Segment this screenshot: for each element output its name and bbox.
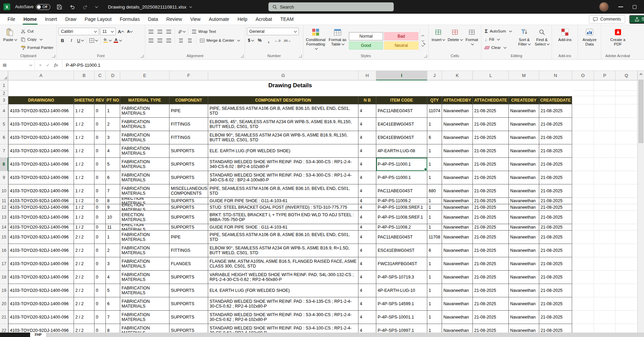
cell-E6[interactable]: FABRICATION MATERIALS [120, 131, 169, 144]
cell-H5[interactable]: 4 [358, 118, 376, 131]
cell-P17[interactable] [594, 257, 616, 271]
column-header-C[interactable]: C [94, 71, 106, 80]
cell-style-normal[interactable]: Normal [349, 32, 383, 40]
cell-N17[interactable]: 21-08-2025 [539, 257, 572, 271]
cell-I11[interactable]: P-4P-PS-11009.2 [376, 198, 427, 204]
accounting-format-button[interactable]: $ [247, 37, 255, 44]
cell-C18[interactable]: 0 [94, 271, 106, 284]
cell-P10[interactable] [594, 184, 616, 198]
cell-C16[interactable]: 0 [94, 244, 106, 257]
alignment-dialog-launcher[interactable] [241, 55, 243, 57]
cell-E21[interactable]: FABRICATION MATERIALS [120, 311, 169, 324]
cell-Q9[interactable] [616, 171, 637, 184]
cell-L12[interactable]: 21-08-2025 [473, 204, 509, 211]
cell-H9[interactable]: 4 [358, 171, 376, 184]
cell-J6[interactable]: 6 [427, 131, 442, 144]
comma-button[interactable]: , [265, 37, 273, 44]
cell-N14[interactable]: 21-08-2025 [539, 224, 572, 231]
cell-F14[interactable]: SUPPORTS [169, 224, 208, 231]
cell-J10[interactable]: 680 [427, 184, 442, 198]
cell-F16[interactable]: FITTINGS [169, 244, 208, 257]
cell-A16[interactable]: 4103-TOYO20-92DJ-1400-096 [8, 244, 74, 257]
column-header-P[interactable]: P [594, 71, 616, 80]
cell-F8[interactable]: SUPPORTS [169, 158, 208, 171]
cell-I14[interactable]: P-4P-PS-11008.2 [376, 224, 427, 231]
cell-G6[interactable]: ELBOW 90°, SEAMLESS ASTM A234 GR WPB-S, … [208, 131, 358, 144]
cell-G18[interactable]: VARIABLE HEIGHT WELDED SHOE WITH REINF. … [208, 271, 358, 284]
cell-O10[interactable] [572, 184, 594, 198]
underline-button[interactable]: U [76, 37, 84, 44]
cell-E16[interactable]: FABRICATION MATERIALS [120, 244, 169, 257]
cell-K12[interactable]: Navaneethan [442, 204, 473, 211]
cell-E13[interactable]: ERECTION MATERIALS [120, 211, 169, 224]
cell-K21[interactable]: Navaneethan [442, 311, 473, 324]
cell-A10[interactable]: 4103-TOYO20-92DJ-1400-096 [8, 184, 74, 198]
cell-Q5[interactable] [616, 118, 637, 131]
cell-B12[interactable]: 1 / 2 [74, 204, 94, 211]
cell-K17[interactable]: Navaneethan [442, 257, 473, 271]
cell-Q18[interactable] [616, 271, 637, 284]
cell-K4[interactable]: Navaneethan [442, 104, 473, 118]
align-left-button[interactable] [147, 37, 155, 44]
cell-M15[interactable]: Navaneethan [509, 231, 539, 244]
cell-P3[interactable] [594, 96, 616, 104]
cell-M20[interactable]: Navaneethan [509, 297, 539, 311]
cell-G4[interactable]: PIPE, SEAMLESS ASTM A106 GR.B, ASME B36.… [208, 104, 358, 118]
cell-F11[interactable]: SUPPORTS [169, 198, 208, 204]
cell-P5[interactable] [594, 118, 616, 131]
cell-O16[interactable] [572, 244, 594, 257]
conditional-formatting-button[interactable]: Conditional Formatting [305, 26, 326, 53]
cell-C10[interactable]: 0 [94, 184, 106, 198]
cell-N7[interactable]: 21-08-2025 [539, 144, 572, 158]
cell-F5[interactable]: FITTINGS [169, 118, 208, 131]
cell-A15[interactable]: 4103-TOYO20-92DJ-1400-096 [8, 231, 74, 244]
wrap-text-button[interactable]: Wrap Text [190, 28, 217, 35]
menu-tab-page-layout[interactable]: Page Layout [80, 14, 116, 25]
cell-D19[interactable]: 5 [106, 284, 120, 297]
cell-K13[interactable]: Navaneethan [442, 211, 473, 224]
fill-button[interactable]: ↓Fill [483, 36, 515, 43]
cell-I4[interactable]: PAC11ABEG04ST [376, 104, 427, 118]
save-button[interactable] [55, 3, 63, 11]
cell-L13[interactable]: 21-08-2025 [473, 211, 509, 224]
cell-C9[interactable]: 0 [94, 171, 106, 184]
cell-C8[interactable]: 0 [94, 158, 106, 171]
cell-A5[interactable]: 4103-TOYO20-92DJ-1400-096 [8, 118, 74, 131]
cell-A2[interactable] [8, 91, 572, 96]
cell-E7[interactable]: FABRICATION MATERIALS [120, 144, 169, 158]
cell-D8[interactable]: 5 [106, 158, 120, 171]
cell-C11[interactable]: 0 [94, 198, 106, 204]
cell-G9[interactable]: STANDARD WELDED SHOE WITH REINF. PAD : S… [208, 171, 358, 184]
row-header-8[interactable]: 8 [0, 158, 8, 171]
cell-L10[interactable]: 21-08-2025 [473, 184, 509, 198]
cell-M19[interactable]: Navaneethan [509, 284, 539, 297]
cell-E17[interactable]: FABRICATION MATERIALS [120, 257, 169, 271]
cell-O20[interactable] [572, 297, 594, 311]
cell-N5[interactable]: 21-08-2025 [539, 118, 572, 131]
cell-N10[interactable]: 21-08-2025 [539, 184, 572, 198]
increase-font-button[interactable]: A [117, 28, 125, 35]
cell-L7[interactable]: 21-08-2025 [473, 144, 509, 158]
cell-N6[interactable]: 21-08-2025 [539, 131, 572, 144]
cell-Q13[interactable] [616, 211, 637, 224]
cell-D13[interactable]: 10 [106, 211, 120, 224]
menu-tab-insert[interactable]: Insert [41, 14, 61, 25]
cell-N8[interactable]: 21-08-2025 [539, 158, 572, 171]
cell-D15[interactable]: 1 [106, 231, 120, 244]
gallery-down-button[interactable] [421, 39, 424, 42]
cell-J5[interactable]: 1 [427, 118, 442, 131]
cell-L16[interactable]: 21-08-2025 [473, 244, 509, 257]
cell-Q14[interactable] [616, 224, 637, 231]
cell-Q16[interactable] [616, 244, 637, 257]
gallery-more-button[interactable] [421, 44, 424, 47]
cell-I17[interactable]: FWC31ARFBG04ST [376, 257, 427, 271]
cell-C15[interactable]: 0 [94, 231, 106, 244]
cell-L6[interactable]: 21-08-2025 [473, 131, 509, 144]
cell-A19[interactable]: 4103-TOYO20-92DJ-1400-096 [8, 284, 74, 297]
cell-O4[interactable] [572, 104, 594, 118]
cell-E4[interactable]: FABRICATION MATERIALS [120, 104, 169, 118]
cell-I15[interactable]: PAC11ABEG04ST [376, 231, 427, 244]
cell-A14[interactable]: 4103-TOYO20-92DJ-1400-096 [8, 224, 74, 231]
scrollbar-thumb[interactable] [639, 80, 643, 143]
cell-A18[interactable]: 4103-TOYO20-92DJ-1400-096 [8, 271, 74, 284]
